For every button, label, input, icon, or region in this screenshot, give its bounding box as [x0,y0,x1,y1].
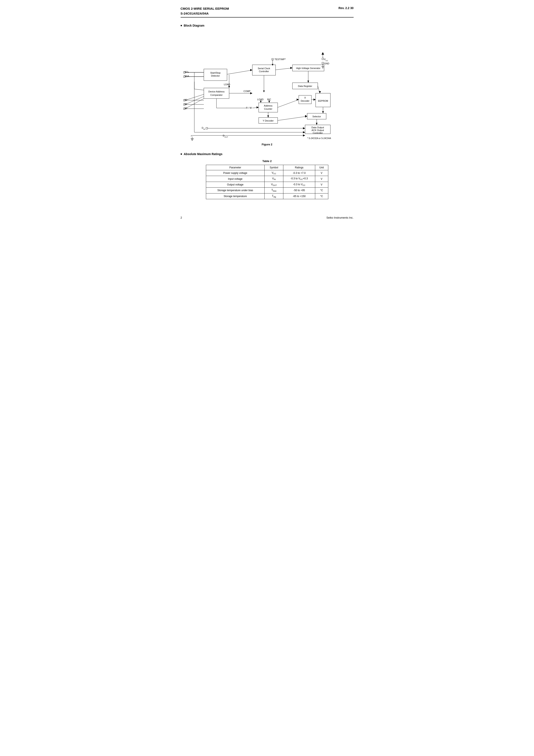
unit-storage-bias: °C [315,188,328,193]
header-section: Rev. 2.2 30 CMOS 2-WIRE SERIAL EEPROM S-… [181,6,354,17]
svg-rect-15 [204,88,229,98]
start-stop-label: Start/Stop [210,71,221,74]
sym-storage: Tstg [265,193,283,199]
sym-storage-bias: Tbias [265,188,283,193]
load-label-1: LOAD [224,83,230,86]
svg-text:Controller: Controller [313,132,323,134]
rating-output: -0.3 to VCC [283,182,315,187]
block-diagram-container: SCL SDA A2 A1 A0 Start/Stop Detector Ser… [181,31,354,141]
table-label: Table 2 [181,159,354,163]
rating-power: -0.3 to +7.0 [283,170,315,176]
address-counter-label: Address [264,104,272,107]
svg-rect-34 [322,62,324,64]
svg-line-64 [185,94,204,100]
r-w-label: R / W [246,107,252,109]
rating-input: -0.3 to VCC+0.3 [283,176,315,182]
svg-marker-49 [250,69,252,71]
svg-marker-63 [256,106,259,108]
svg-marker-61 [263,91,265,92]
table-row: Output voltage VOUT -0.3 to VCC V [206,182,328,187]
sym-power: VCC [265,170,283,176]
param-output: Output voltage [206,182,265,187]
page-number: 2 [181,216,182,219]
param-storage-bias: Storage temperature under bias [206,188,265,193]
serial-clock-label: Serial Clock [257,67,270,69]
table-row: Input voltage VIN -0.3 to VCC+0.3 V [206,176,328,182]
inc-label: INC [267,98,271,101]
high-voltage-label: High-Voltage Generator [296,67,320,69]
svg-marker-84 [316,123,317,125]
unit-output: V [315,182,328,187]
svg-marker-89 [303,134,305,137]
dout-label: DOUT [223,134,228,138]
company-name: Seiko Instruments Inc. [326,216,354,219]
vcc-label: VCC [324,58,328,62]
svg-marker-74 [297,98,299,101]
svg-text:Counter: Counter [264,108,272,110]
svg-text:Decoder: Decoder [301,99,309,102]
svg-line-65 [185,96,204,104]
svg-marker-55 [250,92,252,94]
svg-line-48 [227,70,252,74]
load-label-2: LOAD [257,98,263,101]
svg-line-73 [278,99,299,107]
table-row: Storage temperature Tstg -65 to +150 °C [206,193,328,199]
sda-label: SDA [184,75,189,77]
svg-text:Controller: Controller [259,70,269,72]
sym-output: VOUT [265,182,283,187]
svg-marker-53 [228,86,230,88]
section-block-diagram-heading: Block Diagram [181,24,354,27]
gnd-label: GND [324,62,329,65]
svg-marker-93 [303,131,305,133]
svg-marker-87 [303,127,305,129]
unit-storage: °C [315,193,328,199]
param-input: Input voltage [206,176,265,182]
data-output-label: Data Output [311,126,324,129]
svg-line-66 [185,98,204,109]
ratings-table: Parameter Symbol Ratings Unit Power supp… [206,165,328,199]
svg-marker-33 [322,52,324,55]
svg-rect-31 [322,58,324,60]
a1-label: A1 [184,103,187,105]
section-absolute-max-heading: Absolute Maximum Ratings [181,152,354,156]
unit-power: V [315,170,328,176]
svg-marker-72 [305,115,307,118]
selector-label: Selector [312,115,321,118]
col-parameter: Parameter [206,165,265,170]
device-address-label: Device Address [208,90,225,93]
svg-marker-57 [260,101,262,103]
scl-label: SCL [184,71,189,73]
comp-label: COMP [244,90,251,93]
header-rev: Rev. 2.2 30 [338,6,353,10]
din-label: DIN [202,126,205,130]
svg-marker-80 [319,91,321,93]
footnote-label: * S-24C02A or S-24C04A [307,137,331,140]
svg-marker-82 [322,111,324,113]
svg-marker-59 [268,101,270,103]
svg-marker-76 [313,98,316,101]
rating-storage-bias: -50 to +95 [283,188,315,193]
test-wp-label: TEST/WP* [275,58,286,61]
svg-rect-85 [206,127,208,129]
sym-input: VIN [265,176,283,182]
param-storage: Storage temperature [206,193,265,199]
y-decoder-label: Y Decoder [263,120,274,122]
footer-section: 2 Seiko Instruments Inc. [181,216,354,219]
svg-text:Comparator: Comparator [210,94,222,96]
svg-line-71 [278,116,307,121]
col-ratings: Ratings [283,165,315,170]
param-power: Power supply voltage [206,170,265,176]
figure-label: Figure 2 [181,143,354,146]
eeprom-label: EEPROM [318,99,328,102]
data-register-label: Data Register [298,85,312,87]
table-row: Power supply voltage VCC -0.3 to +7.0 V [206,170,328,176]
x-decoder-label: X [304,96,306,99]
svg-line-95 [194,89,204,90]
svg-line-50 [276,68,292,70]
svg-text:Detector: Detector [211,74,220,77]
svg-marker-70 [267,116,269,118]
svg-text:ACK Output: ACK Output [311,129,324,131]
table-row: Storage temperature under bias Tbias -50… [206,188,328,193]
unit-input: V [315,176,328,182]
svg-marker-51 [290,67,292,69]
